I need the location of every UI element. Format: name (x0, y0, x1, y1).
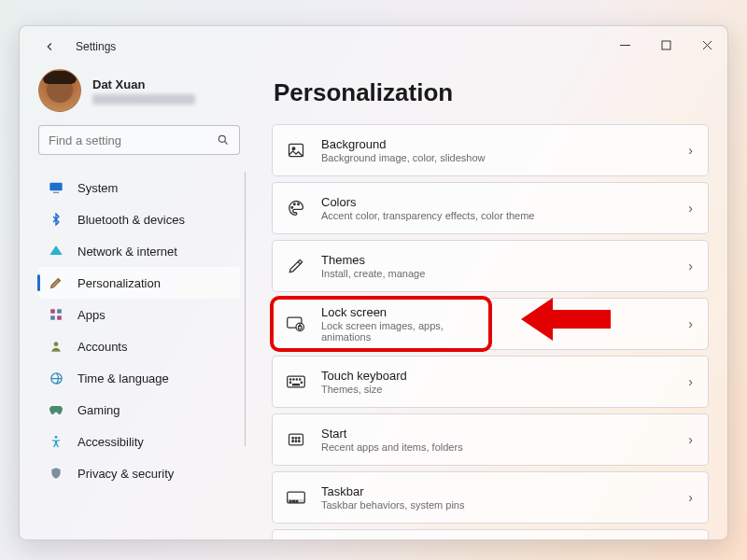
sidebar: Dat Xuan System (20, 67, 253, 539)
sidebar-item-accessibility[interactable]: Accessibility (38, 426, 240, 457)
profile-text: Dat Xuan (92, 77, 195, 105)
svg-rect-5 (50, 309, 55, 314)
card-start[interactable]: Start Recent apps and items, folders › (272, 413, 709, 466)
back-button[interactable] (35, 32, 64, 62)
card-lock-screen[interactable]: Lock screen Lock screen images, apps, an… (272, 298, 490, 350)
sidebar-item-label: System (78, 181, 118, 195)
svg-rect-27 (293, 385, 300, 385)
chevron-right-icon: › (688, 259, 693, 273)
svg-point-11 (55, 436, 58, 439)
svg-point-16 (298, 203, 300, 205)
titlebar: Settings (20, 26, 727, 67)
card-text: Taskbar Taskbar behaviors, system pins (321, 484, 464, 511)
search-icon (217, 133, 230, 147)
sidebar-item-accounts[interactable]: Accounts (38, 330, 240, 362)
svg-rect-3 (49, 183, 62, 191)
svg-point-34 (299, 441, 301, 442)
settings-window: Settings Dat Xuan (19, 25, 728, 540)
sidebar-item-network[interactable]: Network & internet (38, 235, 240, 267)
svg-rect-0 (620, 45, 630, 46)
close-button[interactable] (686, 26, 727, 63)
sidebar-item-label: Personalization (78, 276, 161, 290)
card-text: Touch keyboard Themes, size (321, 369, 407, 395)
card-text: Themes Install, create, manage (321, 253, 425, 279)
svg-point-22 (293, 379, 294, 380)
profile-name: Dat Xuan (92, 77, 195, 91)
svg-point-30 (295, 438, 297, 440)
chevron-right-icon: › (688, 374, 693, 389)
svg-rect-4 (53, 192, 60, 193)
sidebar-item-gaming[interactable]: Gaming (38, 394, 240, 426)
svg-rect-28 (289, 434, 303, 445)
sidebar-item-time-language[interactable]: Time & language (38, 362, 240, 394)
profile-block[interactable]: Dat Xuan (38, 69, 240, 112)
card-partial[interactable] (272, 529, 709, 539)
app-title: Settings (76, 40, 116, 53)
avatar (38, 69, 81, 112)
card-taskbar[interactable]: Taskbar Taskbar behaviors, system pins › (272, 471, 709, 524)
svg-rect-37 (289, 500, 291, 502)
chevron-right-icon: › (688, 143, 693, 158)
card-subtitle: Install, create, manage (321, 268, 425, 279)
card-text: Colors Accent color, transparency effect… (321, 195, 534, 221)
svg-point-2 (218, 135, 225, 142)
gamepad-icon (48, 401, 64, 418)
lock-screen-icon (286, 314, 306, 334)
card-text: Start Recent apps and items, folders (321, 427, 463, 453)
sidebar-item-label: Apps (78, 308, 106, 322)
card-subtitle: Accent color, transparency effects, colo… (321, 210, 534, 221)
card-text: Lock screen Lock screen images, apps, an… (321, 305, 476, 343)
svg-point-32 (292, 441, 294, 442)
person-icon (48, 338, 64, 355)
wifi-icon (48, 243, 64, 259)
content-area: Dat Xuan System (20, 67, 727, 539)
search-box[interactable] (38, 125, 240, 155)
sidebar-item-label: Accessibility (78, 435, 144, 449)
sidebar-item-system[interactable]: System (38, 172, 240, 203)
globe-clock-icon (48, 370, 64, 386)
svg-point-23 (296, 379, 297, 380)
svg-point-14 (291, 206, 293, 208)
keyboard-icon (286, 371, 306, 392)
profile-email-redacted (92, 94, 195, 105)
system-icon (48, 179, 64, 196)
sidebar-item-privacy[interactable]: Privacy & security (38, 457, 240, 489)
svg-rect-39 (296, 500, 298, 502)
svg-rect-6 (57, 309, 62, 314)
svg-point-9 (54, 342, 59, 346)
main-panel: Personalization Background Background im… (253, 67, 727, 539)
search-input[interactable] (49, 133, 217, 147)
svg-point-15 (294, 203, 296, 205)
svg-point-13 (292, 147, 295, 150)
card-text: Background Background image, color, slid… (321, 137, 485, 163)
chevron-right-icon: › (688, 432, 693, 447)
card-title: Themes (321, 253, 425, 267)
sidebar-item-apps[interactable]: Apps (38, 299, 240, 330)
card-title: Colors (321, 195, 534, 209)
card-touch-keyboard[interactable]: Touch keyboard Themes, size › (272, 356, 709, 408)
chevron-right-icon: › (688, 316, 693, 331)
sidebar-item-personalization[interactable]: Personalization (38, 267, 240, 299)
svg-point-21 (289, 379, 290, 380)
minimize-button[interactable] (604, 26, 645, 63)
sidebar-item-label: Privacy & security (78, 467, 174, 481)
chevron-right-icon: › (688, 201, 693, 216)
card-title: Start (321, 427, 463, 441)
card-themes[interactable]: Themes Install, create, manage › (272, 240, 709, 292)
card-title: Background (321, 137, 485, 151)
nav: System Bluetooth & devices Network & int… (38, 172, 240, 489)
sidebar-item-label: Time & language (78, 371, 169, 385)
shield-icon (48, 465, 64, 482)
bluetooth-icon (48, 211, 64, 228)
svg-point-29 (292, 438, 294, 440)
sidebar-item-label: Bluetooth & devices (78, 213, 185, 227)
svg-point-24 (300, 379, 301, 380)
sidebar-item-bluetooth[interactable]: Bluetooth & devices (38, 203, 240, 235)
svg-point-31 (299, 438, 301, 440)
card-background[interactable]: Background Background image, color, slid… (272, 124, 709, 176)
card-subtitle: Background image, color, slideshow (321, 152, 485, 163)
maximize-button[interactable] (645, 26, 686, 63)
card-colors[interactable]: Colors Accent color, transparency effect… (272, 182, 709, 234)
start-icon (286, 429, 306, 450)
window-controls (604, 26, 727, 63)
